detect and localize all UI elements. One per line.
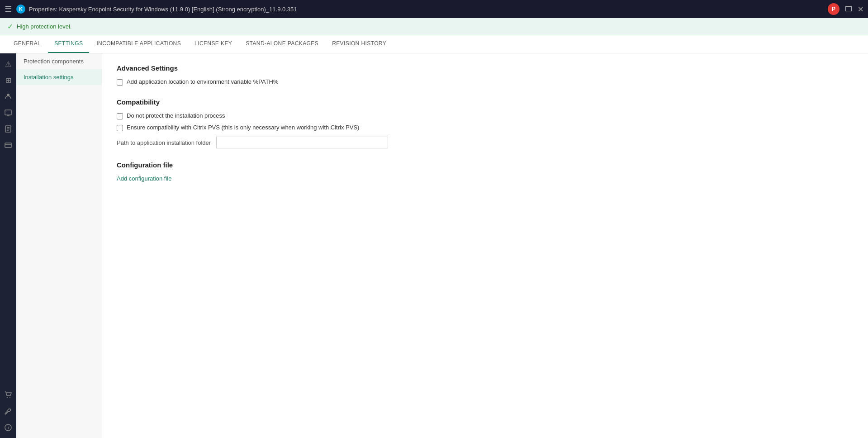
nav-item-installation-settings[interactable]: Installation settings [16,69,102,85]
checkbox-add-path[interactable] [117,79,123,86]
add-configuration-file-link[interactable]: Add configuration file [117,175,171,182]
checkbox-citrix-row: Ensure compatibility with Citrix PVS (th… [117,124,854,131]
tab-revision[interactable]: REVISION HISTORY [326,35,393,53]
path-field-row: Path to application installation folder [117,137,854,148]
advanced-settings-section: Advanced Settings Add application locati… [117,64,854,86]
compatibility-section: Compatibility Do not protect the install… [117,98,854,148]
sidebar-icon-users[interactable] [1,90,15,103]
main-layout: ⚠ ⊞ Protection componen [0,53,868,438]
checkbox-no-protect[interactable] [117,113,123,119]
sidebar-icon-info[interactable] [1,421,15,434]
checkbox-no-protect-label: Do not protect the installation process [127,112,225,119]
svg-point-9 [7,397,8,398]
sidebar-icon-reports[interactable] [1,122,15,136]
tab-incompatible[interactable]: INCOMPATIBLE APPLICATIONS [90,35,187,53]
configuration-file-title: Configuration file [117,161,854,169]
configuration-file-section: Configuration file Add configuration fil… [117,161,854,182]
checkbox-add-path-label: Add application location to environment … [127,78,279,85]
svg-rect-7 [5,143,11,148]
tab-bar: GENERAL SETTINGS INCOMPATIBLE APPLICATIO… [0,35,868,53]
statusbar: ✓ High protection level. [0,18,868,35]
svg-point-10 [9,397,10,398]
close-button[interactable]: ✕ [858,5,863,14]
svg-point-13 [8,426,9,427]
protection-status-icon: ✓ [7,22,13,31]
sidebar-icon-settings2[interactable] [1,138,15,152]
svg-rect-1 [5,110,11,115]
window-title: Properties: Kaspersky Endpoint Security … [29,6,828,13]
checkbox-no-protect-row: Do not protect the installation process [117,112,854,119]
compatibility-title: Compatibility [117,98,854,106]
minimize-button[interactable]: 🗖 [845,5,852,13]
tab-general[interactable]: GENERAL [7,35,47,53]
window-controls: P 🗖 ✕ [828,3,863,15]
checkbox-add-path-row: Add application location to environment … [117,78,854,86]
tab-license[interactable]: LICENSE KEY [188,35,238,53]
sidebar-icon-cart[interactable] [1,388,15,402]
sidebar-icon-devices[interactable] [1,106,15,119]
user-avatar[interactable]: P [828,3,840,15]
sidebar-icon-dashboard[interactable]: ⊞ [1,73,15,87]
app-logo: K [16,5,25,14]
titlebar: ☰ K Properties: Kaspersky Endpoint Secur… [0,0,868,18]
sidebar-icon-wrench[interactable] [1,405,15,418]
path-field-label: Path to application installation folder [117,139,211,146]
content-area: Advanced Settings Add application locati… [102,53,868,438]
advanced-settings-title: Advanced Settings [117,64,854,72]
nav-item-protection-components[interactable]: Protection components [16,53,102,69]
checkbox-citrix-label: Ensure compatibility with Citrix PVS (th… [127,124,359,131]
menu-icon[interactable]: ☰ [5,4,12,14]
sidebar-bottom-icons [1,388,15,434]
tab-standalone[interactable]: STAND-ALONE PACKAGES [239,35,325,53]
icon-sidebar: ⚠ ⊞ [0,53,16,438]
tab-settings[interactable]: SETTINGS [48,35,89,53]
path-field-input[interactable] [216,137,388,148]
sidebar-icon-alerts[interactable]: ⚠ [1,57,15,71]
nav-panel: Protection components Installation setti… [16,53,102,438]
protection-status-text: High protection level. [17,23,71,30]
checkbox-citrix-pvs[interactable] [117,125,123,131]
